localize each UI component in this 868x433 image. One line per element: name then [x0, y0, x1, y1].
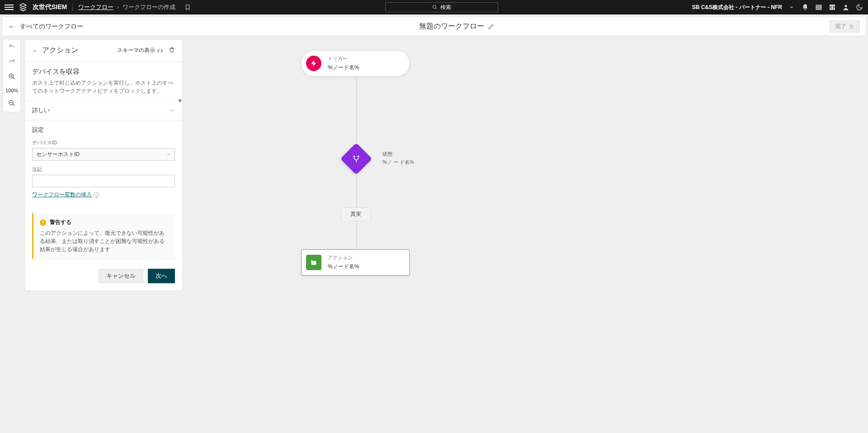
menu-icon[interactable]	[5, 3, 14, 12]
edge	[356, 175, 357, 207]
trigger-type-label: トリガー	[328, 55, 359, 62]
trigger-node[interactable]: トリガー %ノード名%	[301, 50, 410, 76]
back-arrow-icon[interactable]: ←	[8, 23, 15, 31]
panel-back-icon[interactable]: ←	[32, 47, 38, 54]
device-id-value: センサーホストID	[36, 151, 80, 158]
settings-block: 設定 デバイスID センサーホストID 注記 ワークフロー変数の挿入 i	[25, 120, 182, 204]
warning-icon: !	[40, 219, 46, 226]
svg-line-9	[13, 77, 14, 79]
tool-strip: 100%	[3, 39, 21, 112]
device-id-label: デバイスID	[32, 139, 175, 146]
breadcrumb-separator: ›	[117, 4, 119, 10]
bell-icon[interactable]	[801, 3, 809, 11]
condition-labels: 状態 %ノ ー ド名%	[382, 150, 414, 166]
workspace: 100% ← アクション スキーマの表示 デバイスを収容 ホスト上で封じ込めアク…	[3, 39, 865, 433]
topbar: 次世代SIEM ワークフロー › ワークフローの作成 検索 SB C&S株式会社…	[0, 0, 868, 14]
insert-variable-label: ワークフロー変数の挿入	[32, 191, 92, 199]
note-input[interactable]	[32, 175, 175, 187]
bookmark-icon[interactable]	[184, 3, 192, 11]
next-button[interactable]: 次へ	[148, 269, 175, 283]
search-icon	[432, 5, 438, 10]
warning-title: 警告する	[50, 219, 71, 226]
svg-line-13	[13, 104, 14, 106]
details-label: 詳しい	[32, 106, 50, 114]
workflow-title: 無題のワークフロー	[419, 22, 484, 31]
trigger-icon	[306, 56, 321, 71]
done-button-label: 完了	[835, 23, 846, 30]
show-schema-link[interactable]: スキーマの表示	[117, 47, 163, 54]
topbar-right: SB C&S株式会社 - パートナー - NFR	[692, 3, 863, 11]
show-schema-label: スキーマの表示	[117, 47, 155, 54]
svg-line-1	[436, 8, 437, 10]
chevron-down-icon	[166, 152, 171, 157]
edit-icon[interactable]	[488, 24, 494, 30]
canvas[interactable]: トリガー %ノード名% 状態 %ノ ー ド名% 真実 アクション %ノード名%	[193, 39, 865, 433]
app-name: 次世代SIEM	[33, 3, 67, 11]
search-input[interactable]: 検索	[385, 2, 498, 12]
action-description: ホスト上で封じ込めアクションを実行し、ホスト上のすべてのネットワークアクティビテ…	[32, 79, 175, 95]
device-id-select[interactable]: センサーホストID	[32, 148, 175, 161]
undo-button[interactable]	[8, 43, 15, 52]
svg-point-0	[433, 5, 436, 9]
svg-rect-3	[816, 7, 821, 8]
breadcrumb: ワークフロー › ワークフローの作成	[78, 3, 175, 11]
zoom-level: 100%	[5, 88, 18, 93]
svg-rect-4	[816, 9, 821, 10]
action-node[interactable]: アクション %ノード名%	[301, 249, 410, 276]
chevron-down-icon[interactable]	[788, 3, 796, 11]
panel-title: アクション	[42, 46, 78, 55]
company-label: SB C&S株式会社 - パートナー - NFR	[692, 4, 782, 11]
edge	[356, 75, 357, 142]
details-accordion[interactable]: 詳しい	[25, 100, 182, 120]
user-icon[interactable]	[842, 3, 850, 11]
moon-icon[interactable]	[855, 3, 863, 11]
panel-header: ← アクション スキーマの表示	[25, 39, 182, 62]
app-logo-icon	[19, 3, 27, 11]
branch-true-chip[interactable]: 真実	[341, 207, 371, 221]
warning-body: このアクションによって、復元できない可能性がある結果、または取り消すことが困難な…	[40, 229, 169, 253]
svg-rect-7	[850, 26, 853, 29]
divider	[72, 3, 73, 11]
schema-icon	[157, 48, 163, 54]
zoom-out-button[interactable]	[8, 100, 15, 108]
done-button[interactable]: 完了	[830, 20, 860, 33]
settings-heading: 設定	[32, 126, 175, 134]
info-icon: i	[94, 192, 99, 198]
action-node-name: %ノード名%	[328, 263, 359, 271]
svg-point-6	[844, 5, 847, 7]
note-label: 注記	[32, 166, 175, 173]
insert-variable-link[interactable]: ワークフロー変数の挿入 i	[32, 191, 99, 199]
redo-button[interactable]	[8, 58, 15, 67]
code-icon[interactable]	[828, 3, 836, 11]
action-type-label: アクション	[328, 254, 359, 261]
action-panel: ← アクション スキーマの表示 デバイスを収容 ホスト上で封じ込めアクションを実…	[24, 39, 183, 291]
condition-node[interactable]	[340, 143, 373, 175]
action-icon	[306, 255, 321, 270]
all-workflows-link[interactable]: すべてのワークフロー	[20, 23, 83, 31]
condition-name: %ノ ー ド名%	[382, 158, 414, 167]
breadcrumb-current: ワークフローの作成	[123, 4, 175, 10]
trigger-name: %ノード名%	[328, 64, 359, 71]
lock-icon	[849, 24, 854, 29]
edge	[356, 221, 357, 249]
branch-icon	[352, 155, 360, 163]
warning-box: ! 警告する このアクションによって、復元できない可能性がある結果、または取り消…	[32, 213, 175, 259]
list-icon[interactable]	[815, 3, 823, 11]
breadcrumb-workflow-link[interactable]: ワークフロー	[78, 4, 113, 10]
panel-description-section: デバイスを収容 ホスト上で封じ込めアクションを実行し、ホスト上のすべてのネットワ…	[25, 62, 182, 100]
zoom-in-button[interactable]	[8, 73, 15, 81]
subheader: ← すべてのワークフロー 無題のワークフロー 完了	[3, 17, 865, 36]
cancel-button[interactable]: キャンセル	[99, 269, 143, 283]
search-wrap: 検索	[197, 2, 687, 12]
scroll-indicator	[179, 99, 181, 102]
delete-icon[interactable]	[169, 47, 175, 54]
search-label: 検索	[440, 4, 451, 11]
action-title: デバイスを収容	[32, 67, 175, 76]
chevron-down-icon	[170, 108, 175, 113]
panel-footer: キャンセル 次へ	[25, 262, 182, 290]
condition-type-label: 状態	[382, 150, 414, 158]
svg-rect-2	[816, 5, 821, 6]
